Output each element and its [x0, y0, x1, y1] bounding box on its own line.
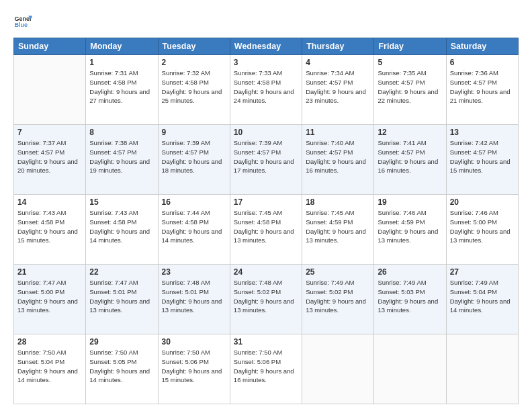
calendar-cell-w2-d3: 9Sunrise: 7:39 AMSunset: 4:57 PMDaylight… [158, 125, 230, 195]
day-info: Sunrise: 7:48 AMSunset: 5:01 PMDaylight:… [162, 278, 226, 315]
calendar-cell-w3-d1: 14Sunrise: 7:43 AMSunset: 4:58 PMDayligh… [14, 195, 86, 265]
day-info: Sunrise: 7:43 AMSunset: 4:58 PMDaylight:… [89, 208, 154, 245]
day-number: 3 [234, 58, 298, 67]
day-info: Sunrise: 7:32 AMSunset: 4:58 PMDaylight:… [162, 68, 226, 105]
day-info: Sunrise: 7:50 AMSunset: 5:04 PMDaylight:… [17, 348, 82, 385]
day-number: 19 [378, 197, 442, 207]
day-number: 12 [378, 128, 442, 137]
day-number: 10 [234, 128, 298, 137]
day-info: Sunrise: 7:45 AMSunset: 4:59 PMDaylight:… [306, 208, 370, 245]
day-info: Sunrise: 7:35 AMSunset: 4:57 PMDaylight:… [378, 68, 442, 105]
calendar-cell-w3-d2: 15Sunrise: 7:43 AMSunset: 4:58 PMDayligh… [86, 195, 158, 265]
day-number: 9 [162, 128, 226, 137]
day-info: Sunrise: 7:38 AMSunset: 4:57 PMDaylight:… [89, 138, 154, 175]
day-info: Sunrise: 7:48 AMSunset: 5:02 PMDaylight:… [234, 278, 298, 315]
calendar-cell-w5-d3: 30Sunrise: 7:50 AMSunset: 5:06 PMDayligh… [158, 334, 230, 404]
calendar-cell-w2-d1: 7Sunrise: 7:37 AMSunset: 4:57 PMDaylight… [14, 125, 86, 195]
day-info: Sunrise: 7:50 AMSunset: 5:06 PMDaylight:… [162, 348, 226, 385]
weekday-saturday: Saturday [446, 38, 518, 55]
day-info: Sunrise: 7:31 AMSunset: 4:58 PMDaylight:… [89, 68, 154, 105]
day-info: Sunrise: 7:39 AMSunset: 4:57 PMDaylight:… [234, 138, 298, 175]
day-number: 15 [89, 197, 154, 207]
day-number: 21 [17, 267, 82, 277]
weekday-thursday: Thursday [302, 38, 374, 55]
weekday-monday: Monday [86, 38, 158, 55]
logo: General Blue [13, 12, 32, 31]
day-info: Sunrise: 7:49 AMSunset: 5:02 PMDaylight:… [306, 278, 370, 315]
day-info: Sunrise: 7:50 AMSunset: 5:05 PMDaylight:… [89, 348, 154, 385]
calendar-cell-w5-d7 [446, 334, 518, 404]
day-info: Sunrise: 7:47 AMSunset: 5:01 PMDaylight:… [89, 278, 154, 315]
day-number: 29 [89, 337, 154, 347]
day-number: 1 [89, 58, 154, 67]
day-number: 24 [234, 267, 298, 277]
day-number: 8 [89, 128, 154, 137]
day-info: Sunrise: 7:46 AMSunset: 4:59 PMDaylight:… [378, 208, 442, 245]
calendar-cell-w3-d6: 19Sunrise: 7:46 AMSunset: 4:59 PMDayligh… [374, 195, 446, 265]
calendar-cell-w5-d4: 31Sunrise: 7:50 AMSunset: 5:06 PMDayligh… [230, 334, 302, 404]
calendar-cell-w1-d5: 4Sunrise: 7:34 AMSunset: 4:57 PMDaylight… [302, 55, 374, 125]
calendar-cell-w1-d7: 6Sunrise: 7:36 AMSunset: 4:57 PMDaylight… [446, 55, 518, 125]
calendar-table: SundayMondayTuesdayWednesdayThursdayFrid… [13, 38, 519, 404]
day-number: 17 [234, 197, 298, 207]
day-info: Sunrise: 7:33 AMSunset: 4:58 PMDaylight:… [234, 68, 298, 105]
day-number: 11 [306, 128, 370, 137]
day-info: Sunrise: 7:42 AMSunset: 4:57 PMDaylight:… [450, 138, 515, 175]
day-number: 22 [89, 267, 154, 277]
day-number: 16 [162, 197, 226, 207]
day-number: 28 [17, 337, 82, 347]
day-number: 31 [234, 337, 298, 347]
calendar-cell-w2-d6: 12Sunrise: 7:41 AMSunset: 4:57 PMDayligh… [374, 125, 446, 195]
day-number: 27 [450, 267, 515, 277]
day-number: 20 [450, 197, 515, 207]
calendar-cell-w4-d5: 25Sunrise: 7:49 AMSunset: 5:02 PMDayligh… [302, 265, 374, 334]
calendar-cell-w4-d3: 23Sunrise: 7:48 AMSunset: 5:01 PMDayligh… [158, 265, 230, 334]
calendar-cell-w2-d2: 8Sunrise: 7:38 AMSunset: 4:57 PMDaylight… [86, 125, 158, 195]
day-info: Sunrise: 7:49 AMSunset: 5:04 PMDaylight:… [450, 278, 515, 315]
day-info: Sunrise: 7:47 AMSunset: 5:00 PMDaylight:… [17, 278, 82, 315]
day-info: Sunrise: 7:45 AMSunset: 4:58 PMDaylight:… [234, 208, 298, 245]
day-info: Sunrise: 7:50 AMSunset: 5:06 PMDaylight:… [234, 348, 298, 385]
calendar-cell-w1-d3: 2Sunrise: 7:32 AMSunset: 4:58 PMDaylight… [158, 55, 230, 125]
calendar-cell-w5-d1: 28Sunrise: 7:50 AMSunset: 5:04 PMDayligh… [14, 334, 86, 404]
day-info: Sunrise: 7:46 AMSunset: 5:00 PMDaylight:… [450, 208, 515, 245]
day-number: 30 [162, 337, 226, 347]
calendar-cell-w3-d3: 16Sunrise: 7:44 AMSunset: 4:58 PMDayligh… [158, 195, 230, 265]
day-number: 13 [450, 128, 515, 137]
week-row-1: 1Sunrise: 7:31 AMSunset: 4:58 PMDaylight… [14, 55, 519, 125]
calendar-cell-w3-d5: 18Sunrise: 7:45 AMSunset: 4:59 PMDayligh… [302, 195, 374, 265]
weekday-tuesday: Tuesday [158, 38, 230, 55]
day-number: 23 [162, 267, 226, 277]
calendar-cell-w4-d1: 21Sunrise: 7:47 AMSunset: 5:00 PMDayligh… [14, 265, 86, 334]
day-info: Sunrise: 7:37 AMSunset: 4:57 PMDaylight:… [17, 138, 82, 175]
weekday-wednesday: Wednesday [230, 38, 302, 55]
calendar-cell-w2-d4: 10Sunrise: 7:39 AMSunset: 4:57 PMDayligh… [230, 125, 302, 195]
day-number: 5 [378, 58, 442, 67]
day-number: 6 [450, 58, 515, 67]
svg-text:Blue: Blue [14, 21, 28, 28]
calendar-cell-w5-d5 [302, 334, 374, 404]
day-number: 14 [17, 197, 82, 207]
week-row-2: 7Sunrise: 7:37 AMSunset: 4:57 PMDaylight… [14, 125, 519, 195]
calendar-cell-w4-d4: 24Sunrise: 7:48 AMSunset: 5:02 PMDayligh… [230, 265, 302, 334]
calendar-cell-w4-d7: 27Sunrise: 7:49 AMSunset: 5:04 PMDayligh… [446, 265, 518, 334]
day-number: 18 [306, 197, 370, 207]
calendar-cell-w4-d6: 26Sunrise: 7:49 AMSunset: 5:03 PMDayligh… [374, 265, 446, 334]
calendar-cell-w4-d2: 22Sunrise: 7:47 AMSunset: 5:01 PMDayligh… [86, 265, 158, 334]
calendar-cell-w5-d6 [374, 334, 446, 404]
day-number: 4 [306, 58, 370, 67]
day-info: Sunrise: 7:36 AMSunset: 4:57 PMDaylight:… [450, 68, 515, 105]
day-info: Sunrise: 7:43 AMSunset: 4:58 PMDaylight:… [17, 208, 82, 245]
weekday-header-row: SundayMondayTuesdayWednesdayThursdayFrid… [14, 38, 519, 55]
calendar-cell-w1-d4: 3Sunrise: 7:33 AMSunset: 4:58 PMDaylight… [230, 55, 302, 125]
calendar-cell-w3-d7: 20Sunrise: 7:46 AMSunset: 5:00 PMDayligh… [446, 195, 518, 265]
logo-icon: General Blue [13, 12, 32, 31]
calendar-cell-w5-d2: 29Sunrise: 7:50 AMSunset: 5:05 PMDayligh… [86, 334, 158, 404]
day-number: 25 [306, 267, 370, 277]
week-row-5: 28Sunrise: 7:50 AMSunset: 5:04 PMDayligh… [14, 334, 519, 404]
day-info: Sunrise: 7:44 AMSunset: 4:58 PMDaylight:… [162, 208, 226, 245]
header: General Blue [13, 12, 519, 31]
week-row-4: 21Sunrise: 7:47 AMSunset: 5:00 PMDayligh… [14, 265, 519, 334]
calendar-cell-w1-d6: 5Sunrise: 7:35 AMSunset: 4:57 PMDaylight… [374, 55, 446, 125]
calendar-cell-w1-d1 [14, 55, 86, 125]
